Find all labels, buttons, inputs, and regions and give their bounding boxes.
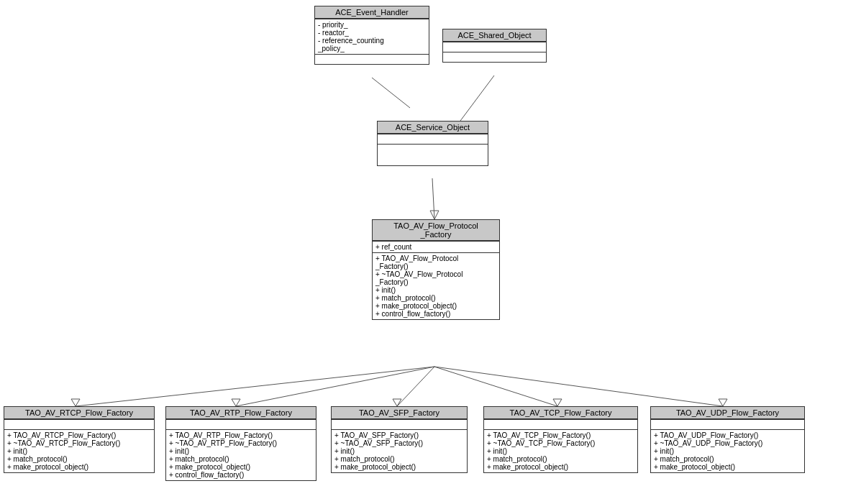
ace-event-handler-attrs: - priority_ - reactor_ - reference_count… [315,19,429,54]
ace-service-object-attrs [378,134,488,144]
diagram: ACE_Event_Handler - priority_ - reactor_… [0,0,861,504]
svg-line-1 [460,75,494,121]
svg-marker-7 [71,399,80,406]
svg-marker-11 [393,399,401,406]
tao-av-rtcp-flow-factory-box: TAO_AV_RTCP_Flow_Factory + TAO_AV_RTCP_F… [4,406,155,473]
svg-line-14 [434,367,723,406]
tao-av-tcp-flow-factory-methods: + TAO_AV_TCP_Flow_Factory() + ~TAO_AV_TC… [484,429,637,472]
svg-marker-5 [430,211,439,219]
svg-marker-9 [232,399,240,406]
ace-event-handler-title: ACE_Event_Handler [315,6,429,19]
tao-av-flow-protocol-factory-methods: + TAO_AV_Flow_Protocol_Factory() + ~TAO_… [373,252,499,319]
tao-av-rtcp-flow-factory-title: TAO_AV_RTCP_Flow_Factory [4,407,154,419]
tao-av-flow-protocol-factory-box: TAO_AV_Flow_Protocol_Factory + ref_count… [372,219,500,320]
tao-av-sfp-factory-box: TAO_AV_SFP_Factory + TAO_AV_SFP_Factory(… [331,406,468,473]
tao-av-sfp-factory-title: TAO_AV_SFP_Factory [332,407,467,419]
ace-event-handler-methods [315,54,429,64]
ace-shared-object-attrs [443,42,546,52]
ace-service-object-box: ACE_Service_Object [377,121,488,166]
tao-av-rtp-flow-factory-methods: + TAO_AV_RTP_Flow_Factory() + ~TAO_AV_RT… [166,429,316,480]
ace-shared-object-methods [443,52,546,62]
ace-shared-object-box: ACE_Shared_Object [442,29,547,63]
svg-line-8 [236,367,434,406]
tao-av-rtcp-flow-factory-attrs [4,419,154,429]
svg-line-6 [76,367,434,406]
tao-av-sfp-factory-attrs [332,419,467,429]
ace-shared-object-title: ACE_Shared_Object [443,29,546,42]
tao-av-flow-protocol-factory-attrs: + ref_count [373,241,499,252]
tao-av-udp-flow-factory-methods: + TAO_AV_UDP_Flow_Factory() + ~TAO_AV_UD… [651,429,804,472]
tao-av-flow-protocol-factory-title: TAO_AV_Flow_Protocol_Factory [373,220,499,241]
tao-av-rtcp-flow-factory-methods: + TAO_AV_RTCP_Flow_Factory() + ~TAO_AV_R… [4,429,154,472]
tao-av-udp-flow-factory-attrs [651,419,804,429]
svg-marker-15 [719,399,727,406]
svg-marker-13 [553,399,562,406]
ace-event-handler-box: ACE_Event_Handler - priority_ - reactor_… [314,6,429,65]
svg-line-10 [397,367,434,406]
svg-line-12 [434,367,557,406]
tao-av-udp-flow-factory-title: TAO_AV_UDP_Flow_Factory [651,407,804,419]
ace-service-object-title: ACE_Service_Object [378,122,488,134]
tao-av-rtp-flow-factory-attrs [166,419,316,429]
tao-av-tcp-flow-factory-box: TAO_AV_TCP_Flow_Factory + TAO_AV_TCP_Flo… [483,406,638,473]
tao-av-sfp-factory-methods: + TAO_AV_SFP_Factory() + ~TAO_AV_SFP_Fac… [332,429,467,472]
tao-av-rtp-flow-factory-title: TAO_AV_RTP_Flow_Factory [166,407,316,419]
svg-line-4 [432,178,434,219]
ace-service-object-methods [378,144,488,165]
svg-line-0 [372,78,410,108]
tao-av-udp-flow-factory-box: TAO_AV_UDP_Flow_Factory + TAO_AV_UDP_Flo… [650,406,805,473]
tao-av-tcp-flow-factory-attrs [484,419,637,429]
tao-av-rtp-flow-factory-box: TAO_AV_RTP_Flow_Factory + TAO_AV_RTP_Flo… [165,406,316,481]
tao-av-tcp-flow-factory-title: TAO_AV_TCP_Flow_Factory [484,407,637,419]
